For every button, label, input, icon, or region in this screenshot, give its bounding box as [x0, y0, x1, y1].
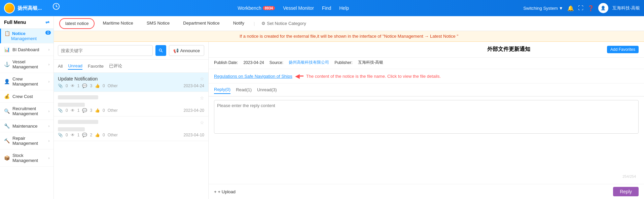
- full-menu-label: Full Menu: [4, 20, 26, 25]
- crew-mgmt-label: Crew Management: [12, 76, 48, 87]
- notice-badge: 0: [45, 31, 51, 35]
- add-favorites-button[interactable]: Add Favorites: [607, 46, 639, 53]
- char-count: 254/254: [622, 174, 636, 178]
- tab-sms-notice[interactable]: SMS Notice: [141, 16, 175, 31]
- bi-icon: 📊: [4, 47, 10, 52]
- nav-find[interactable]: Find: [322, 5, 331, 11]
- nav-help[interactable]: Help: [339, 5, 349, 11]
- logo-icon: [4, 3, 15, 13]
- sidebar-item-notice[interactable]: 0 📋 Notice Management: [0, 29, 53, 43]
- sidebar-item-recruitment[interactable]: 🔍 Recruitment Management ›: [0, 103, 53, 120]
- notice-info-bar: If a notice is created for the external …: [54, 31, 644, 42]
- filter-tab-favorite[interactable]: Favorite: [88, 63, 104, 69]
- right-panel: 外部文件更新通知 Add Favorites Publish Date: 202…: [209, 42, 644, 199]
- like-count: 0: [103, 84, 105, 88]
- star-icon[interactable]: ☆: [200, 95, 204, 101]
- left-panel-toolbar: 📢 Announce: [54, 42, 208, 60]
- vessel-label: Vessel Management: [12, 59, 48, 69]
- comment-count: 2: [90, 133, 92, 137]
- svg-point-1: [159, 49, 162, 51]
- reply-tab-reply[interactable]: Reply(0): [214, 86, 230, 94]
- reply-submit-button[interactable]: Reply: [613, 187, 639, 196]
- like-count: 0: [103, 108, 105, 113]
- help-circle-icon[interactable]: ❓: [587, 5, 594, 11]
- file-link-text[interactable]: Regulations on Safe Navigation of Ships: [214, 74, 292, 79]
- set-notice-category-btn[interactable]: ⚙ Set Notice Category: [261, 21, 306, 26]
- search-button[interactable]: [155, 45, 166, 56]
- left-panel: 📢 Announce All Unread Favorite 已评论 Updat…: [54, 42, 209, 199]
- sidebar-item-vessel[interactable]: ⚓ Vessel Management ›: [0, 56, 53, 73]
- view-icon: 👁: [71, 84, 75, 88]
- tab-notify[interactable]: Notify: [228, 16, 250, 31]
- filter-tab-commented[interactable]: 已评论: [109, 62, 122, 70]
- like-icon: 👍: [95, 133, 100, 137]
- vessel-icon: ⚓: [4, 62, 10, 67]
- sidebar-item-repair[interactable]: 🔨 Repair Management ›: [0, 132, 53, 150]
- filter-tab-all[interactable]: All: [58, 63, 63, 69]
- sidebar-item-crew-cost[interactable]: 💰 Crew Cost: [0, 90, 53, 103]
- tab-maritime-notice[interactable]: Maritime Notice: [97, 16, 138, 31]
- user-name-label: 互海科技-高银: [612, 5, 640, 11]
- sidebar: Full Menu ⇌ 0 📋 Notice Management 📊 BI D…: [0, 16, 54, 199]
- publish-date-label: Publish Date:: [214, 60, 238, 65]
- comment-count: 3: [90, 108, 92, 113]
- switching-system-btn[interactable]: Switching System ▼: [523, 6, 563, 11]
- category: Other: [108, 133, 118, 137]
- crew-mgmt-icon: 👤: [4, 79, 10, 84]
- source-value: 扬州高银科技有限公司: [289, 60, 329, 65]
- reply-tab-read[interactable]: Read(1): [236, 86, 252, 94]
- notice-list-item[interactable]: Update Notification ☆ 📎 0 👁 1 💬 3 👍 0: [54, 73, 208, 92]
- notice-label: Notice: [12, 31, 26, 36]
- top-nav-center: Workbench 8934 Vessel Monitor Find Help: [63, 5, 523, 11]
- stock-label: Stock Management: [12, 153, 48, 163]
- attach-icon: 📎: [58, 108, 63, 113]
- notice-date: 2023-04-24: [184, 84, 204, 88]
- reply-section: Reply(0) Read(1) Unread(3) 254/254 +: [209, 84, 644, 199]
- sidebar-item-crew-mgmt[interactable]: 👤 Crew Management ›: [0, 73, 53, 90]
- tab-latest-notice[interactable]: latest notice: [59, 18, 95, 29]
- category: Other: [108, 108, 118, 113]
- search-input[interactable]: [58, 45, 153, 56]
- blurred-title: [58, 120, 98, 124]
- notice-list-item[interactable]: ☆ 📎 0 👁 1 💬 3 👍 0: [54, 92, 208, 117]
- notice-date: 2023-04-20: [184, 108, 204, 113]
- announce-button[interactable]: 📢 Announce: [169, 45, 204, 56]
- notice-list: Update Notification ☆ 📎 0 👁 1 💬 3 👍 0: [54, 73, 208, 199]
- app-logo[interactable]: 扬州高银...: [4, 3, 51, 13]
- upload-button[interactable]: + + Upload: [214, 189, 236, 194]
- top-nav-right: Switching System ▼ 🔔 ⛶ ❓ 👤 互海科技-高银: [523, 3, 640, 13]
- help-label: Help: [339, 5, 349, 11]
- attach-count: 0: [66, 84, 68, 88]
- annotation-text: The content of the notice is the file na…: [306, 74, 441, 79]
- bell-icon[interactable]: 🔔: [567, 5, 574, 11]
- reply-textarea[interactable]: [214, 100, 639, 134]
- split-content: 📢 Announce All Unread Favorite 已评论 Updat…: [54, 42, 644, 199]
- sidebar-item-stock[interactable]: 📦 Stock Management ›: [0, 150, 53, 167]
- view-count: 1: [77, 108, 80, 113]
- reply-tab-unread[interactable]: Unread(3): [257, 86, 277, 94]
- sync-icon[interactable]: ⇌: [45, 20, 49, 25]
- tab-department-notice[interactable]: Department Notice: [178, 16, 225, 31]
- stock-arrow: ›: [48, 156, 49, 160]
- avatar[interactable]: 👤: [598, 3, 608, 13]
- nav-workbench[interactable]: Workbench 8934: [238, 5, 275, 11]
- notice-detail-title: 外部文件更新通知: [410, 46, 607, 53]
- sidebar-item-bi[interactable]: 📊 BI Dashboard ›: [0, 43, 53, 56]
- notice-list-item[interactable]: ☆ 📎 0 👁 1 💬 2 👍 0: [54, 117, 208, 141]
- nav-vessel-monitor[interactable]: Vessel Monitor: [283, 5, 314, 11]
- sidebar-item-maintenance[interactable]: 🔧 Maintenance ›: [0, 120, 53, 132]
- vessel-arrow: ›: [48, 63, 49, 66]
- expand-icon[interactable]: ⛶: [578, 5, 583, 11]
- arrow-left-icon: ◀━: [295, 72, 303, 80]
- filter-tab-unread[interactable]: Unread: [68, 63, 82, 70]
- source-label: Source:: [270, 60, 283, 65]
- recruitment-arrow: ›: [48, 109, 49, 113]
- blurred-title: [58, 95, 98, 99]
- nav-history-icon[interactable]: [52, 3, 63, 13]
- comment-count: 3: [90, 84, 92, 88]
- gear-icon: ⚙: [261, 21, 265, 26]
- star-icon[interactable]: ☆: [200, 120, 204, 125]
- repair-icon: 🔨: [4, 138, 10, 143]
- star-icon[interactable]: ☆: [200, 76, 204, 81]
- repair-arrow: ›: [48, 139, 49, 143]
